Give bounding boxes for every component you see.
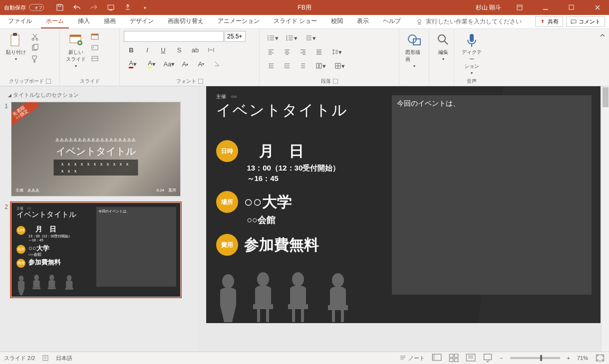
maximize-icon[interactable] xyxy=(560,0,583,15)
font-size-combo[interactable]: 25.5+ xyxy=(225,31,246,42)
increase-indent-button[interactable] xyxy=(280,60,295,72)
bullets-button[interactable]: ▾ xyxy=(264,32,282,44)
tell-me-search[interactable]: 実行したい作業を入力してください xyxy=(416,17,522,26)
tab-design[interactable]: デザイン xyxy=(125,15,159,28)
from-beginning-icon[interactable] xyxy=(107,3,115,11)
slide-edit-area[interactable]: 主催 ○○ イベントタイトル 日時 月 日 13：00（12：30受付開始） ～… xyxy=(197,86,609,352)
autosave-switch[interactable]: オフ xyxy=(29,4,44,11)
close-icon[interactable] xyxy=(586,0,609,15)
tab-draw[interactable]: 描画 xyxy=(99,15,121,28)
copy-icon[interactable] xyxy=(31,44,39,52)
slide-scrollbar[interactable] xyxy=(601,86,609,352)
clipboard-launcher[interactable] xyxy=(46,79,51,84)
text-direction-button[interactable] xyxy=(296,60,310,72)
tab-insert[interactable]: 挿入 xyxy=(73,15,95,28)
place-sub[interactable]: ○○会館 xyxy=(247,214,276,226)
reset-icon[interactable] xyxy=(91,44,99,52)
date-main[interactable]: 月 日 xyxy=(244,141,304,162)
format-painter-icon[interactable] xyxy=(31,55,39,63)
find-button[interactable]: 編集▾ xyxy=(433,31,453,62)
line-spacing-button[interactable]: ▾ xyxy=(327,46,345,58)
share-button[interactable]: 共有 xyxy=(535,16,563,27)
font-name-combo[interactable] xyxy=(124,31,224,42)
normal-view-icon[interactable] xyxy=(432,354,442,362)
char-spacing-button[interactable] xyxy=(204,44,219,56)
date-badge[interactable]: 日時 xyxy=(216,140,238,162)
qat-more-icon[interactable]: ▾ xyxy=(141,3,149,11)
ribbon-options-icon[interactable] xyxy=(508,0,531,15)
zoom-slider[interactable] xyxy=(510,357,560,359)
smartart-button[interactable]: ▾ xyxy=(330,60,348,72)
dictation-button[interactable]: ディクテー ション▾ xyxy=(458,31,485,76)
align-center-button[interactable] xyxy=(280,46,295,58)
date-sub1[interactable]: 13：00（12：30受付開始） xyxy=(247,164,340,173)
redo-icon[interactable] xyxy=(90,3,98,11)
sorter-view-icon[interactable] xyxy=(449,354,459,362)
place-badge[interactable]: 場所 xyxy=(216,191,238,213)
bold-button[interactable]: B xyxy=(124,44,139,56)
reading-view-icon[interactable] xyxy=(466,354,476,362)
zoom-level[interactable]: 71% xyxy=(577,355,588,361)
italic-button[interactable]: I xyxy=(140,44,155,56)
scrollbar-thumb[interactable] xyxy=(603,87,609,107)
numbering-button[interactable]: 123▾ xyxy=(283,32,301,44)
minimize-icon[interactable] xyxy=(534,0,557,15)
language-indicator[interactable]: 日本語 xyxy=(56,355,72,362)
tab-review[interactable]: 校閲 xyxy=(326,15,348,28)
fee-main[interactable]: 参加費無料 xyxy=(244,235,319,255)
fit-window-icon[interactable] xyxy=(595,354,605,362)
section-name[interactable]: タイトルなしのセクション xyxy=(1,90,192,102)
decrease-indent-button[interactable] xyxy=(264,60,279,72)
slide-thumbnails-panel[interactable]: タイトルなしのセクション 1 先着順 ○○限定 ああああああああああああああああ… xyxy=(0,86,197,352)
new-slide-button[interactable]: 新しい スライド▾ xyxy=(64,31,88,69)
slide-thumbnail-2[interactable]: 主催 ○○ イベントタイトル 日時 月 日 13：00（12：30受付開始） ～… xyxy=(11,202,181,297)
zoom-in-button[interactable]: + xyxy=(567,355,570,361)
paste-button[interactable]: 貼り付け▾ xyxy=(4,31,28,62)
user-name[interactable]: 杉山 顕斗 xyxy=(476,3,501,12)
tab-home[interactable]: ホーム xyxy=(41,15,69,28)
underline-button[interactable]: U xyxy=(156,44,171,56)
place-main[interactable]: ○○大学 xyxy=(244,192,292,212)
font-launcher[interactable] xyxy=(198,79,203,84)
slide-counter[interactable]: スライド 2/2 xyxy=(4,355,35,362)
change-case-button[interactable]: Aa▾ xyxy=(162,58,177,70)
autosave-toggle[interactable]: 自動保存 オフ xyxy=(4,4,44,11)
align-left-button[interactable] xyxy=(264,46,279,58)
zoom-slider-thumb[interactable] xyxy=(540,355,542,361)
cut-icon[interactable] xyxy=(31,33,39,41)
font-color-button[interactable]: A▾ xyxy=(124,58,142,70)
accessibility-icon[interactable] xyxy=(42,355,49,362)
layout-icon[interactable] xyxy=(91,33,99,41)
strike-button[interactable]: S xyxy=(172,44,187,56)
touch-mode-icon[interactable] xyxy=(124,3,132,11)
indent-more-button[interactable]: ▾ xyxy=(302,32,319,44)
notes-button[interactable]: ノート xyxy=(399,355,425,362)
justify-button[interactable] xyxy=(311,46,326,58)
tab-view[interactable]: 表示 xyxy=(352,15,374,28)
comments-button[interactable]: コメント xyxy=(566,16,605,27)
date-sub2[interactable]: ～16：45 xyxy=(247,174,279,183)
slide-thumbnail-1[interactable]: 先着順 ○○限定 ああああああああああああああああああ イベントタイトル ｘｘｘ… xyxy=(11,102,181,196)
paragraph-launcher[interactable] xyxy=(333,79,338,84)
undo-icon[interactable] xyxy=(73,3,81,11)
zoom-out-button[interactable]: − xyxy=(500,355,503,361)
grow-font-button[interactable]: A▴ xyxy=(178,58,193,70)
slide-right-textbox[interactable]: 今回のイベントは、 xyxy=(392,95,592,295)
shadow-button[interactable]: ab xyxy=(188,44,203,56)
tab-slideshow[interactable]: スライド ショー xyxy=(269,15,322,28)
tab-transitions[interactable]: 画面切り替え xyxy=(163,15,209,28)
columns-button[interactable]: ▾ xyxy=(311,60,329,72)
tab-animations[interactable]: アニメーション xyxy=(213,15,265,28)
fee-badge[interactable]: 費用 xyxy=(216,234,238,256)
shrink-font-button[interactable]: A▾ xyxy=(194,58,209,70)
tab-file[interactable]: ファイル xyxy=(3,15,37,28)
shapes-button[interactable]: 図形描画▾ xyxy=(403,31,425,69)
slide-organizer[interactable]: 主催 ○○ xyxy=(216,93,237,100)
clear-format-button[interactable] xyxy=(210,58,225,70)
section-icon[interactable] xyxy=(91,55,99,63)
slideshow-view-icon[interactable] xyxy=(483,354,493,362)
collapse-ribbon-icon[interactable] xyxy=(598,31,607,40)
highlight-button[interactable]: A▾ xyxy=(143,58,161,70)
current-slide[interactable]: 主催 ○○ イベントタイトル 日時 月 日 13：00（12：30受付開始） ～… xyxy=(206,86,601,323)
save-icon[interactable] xyxy=(56,3,64,11)
